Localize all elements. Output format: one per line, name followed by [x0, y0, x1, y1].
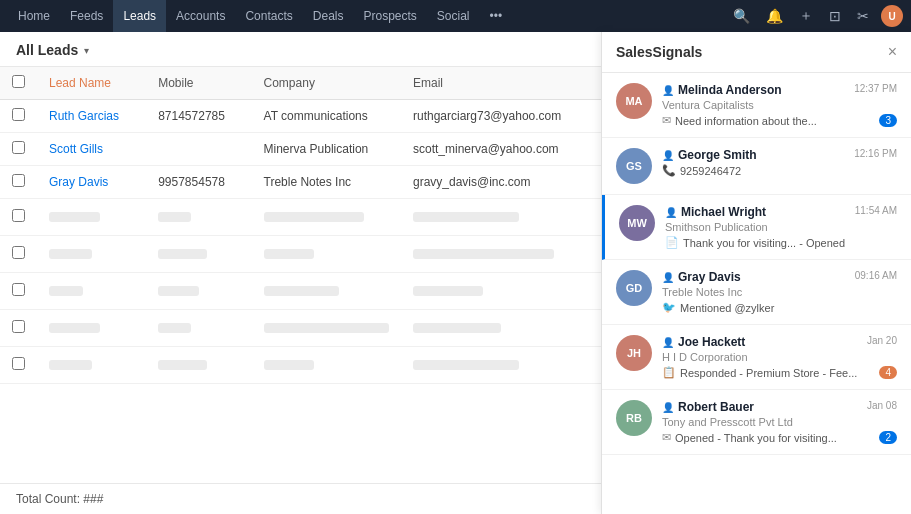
signals-title: SalesSignals — [616, 44, 702, 60]
twitter-icon: 🐦 — [662, 301, 676, 314]
signal-item[interactable]: JH 👤 Joe Hackett Jan 20 H I D Corporatio… — [602, 325, 911, 390]
signal-content: 👤 Robert Bauer Jan 08 Tony and Presscott… — [662, 400, 897, 444]
row-checkbox[interactable] — [12, 174, 25, 187]
col-mobile: Mobile — [146, 67, 251, 100]
table-row — [0, 236, 601, 273]
signal-company: H I D Corporation — [662, 351, 897, 363]
nav-accounts[interactable]: Accounts — [166, 0, 235, 32]
lead-name-link[interactable]: Ruth Garcias — [49, 109, 119, 123]
signal-top-row: 👤 Robert Bauer Jan 08 — [662, 400, 897, 414]
nav-feeds[interactable]: Feeds — [60, 0, 113, 32]
signal-top-row: 👤 Michael Wright 11:54 AM — [665, 205, 897, 219]
table-row — [0, 273, 601, 310]
row-checkbox[interactable] — [12, 141, 25, 154]
row-checkbox[interactable] — [12, 209, 25, 222]
user-avatar[interactable]: U — [881, 5, 903, 27]
lead-mobile — [146, 133, 251, 166]
signal-name: 👤 Michael Wright — [665, 205, 766, 219]
nav-contacts[interactable]: Contacts — [235, 0, 302, 32]
signal-time: 12:37 PM — [854, 83, 897, 94]
row-checkbox[interactable] — [12, 246, 25, 259]
lead-email: scott_minerva@yahoo.com — [401, 133, 601, 166]
total-count: Total Count: ### — [0, 483, 601, 514]
col-email: Email — [401, 67, 601, 100]
nav-home[interactable]: Home — [8, 0, 60, 32]
nav-actions: 🔍 🔔 ＋ ⊡ ✂ U — [729, 5, 903, 27]
nav-more[interactable]: ••• — [480, 0, 513, 32]
signal-time: 12:16 PM — [854, 148, 897, 159]
lead-mobile: 8714572785 — [146, 100, 251, 133]
person-icon: 👤 — [662, 337, 674, 348]
table-row: Ruth Garcias 8714572785 AT communication… — [0, 100, 601, 133]
signal-name: 👤 Gray Davis — [662, 270, 741, 284]
search-icon[interactable]: 🔍 — [729, 8, 754, 24]
window-icon[interactable]: ⊡ — [825, 8, 845, 24]
person-icon: 👤 — [662, 85, 674, 96]
plus-icon[interactable]: ＋ — [795, 7, 817, 25]
signal-item[interactable]: MW 👤 Michael Wright 11:54 AM Smithson Pu… — [602, 195, 911, 260]
lead-mobile: 9957854578 — [146, 166, 251, 199]
mail-icon: ✉ — [662, 431, 671, 444]
col-lead-name[interactable]: Lead Name — [37, 67, 146, 100]
signal-content: 👤 Melinda Anderson 12:37 PM Ventura Capi… — [662, 83, 897, 127]
signals-panel: SalesSignals × MA 👤 Melinda Anderson 12:… — [601, 32, 911, 514]
signal-company: Treble Notes Inc — [662, 286, 897, 298]
signals-list: MA 👤 Melinda Anderson 12:37 PM Ventura C… — [602, 73, 911, 514]
signal-item[interactable]: RB 👤 Robert Bauer Jan 08 Tony and Pressc… — [602, 390, 911, 455]
nav-deals[interactable]: Deals — [303, 0, 354, 32]
signal-badge: 4 — [879, 366, 897, 379]
signal-name: 👤 George Smith — [662, 148, 757, 162]
bell-icon[interactable]: 🔔 — [762, 8, 787, 24]
doc-icon: 📄 — [665, 236, 679, 249]
signal-content: 👤 Gray Davis 09:16 AM Treble Notes Inc 🐦… — [662, 270, 897, 314]
survey-icon: 📋 — [662, 366, 676, 379]
signal-time: 11:54 AM — [855, 205, 897, 216]
signal-message: 📋 Responded - Premium Store - Fee... 4 — [662, 366, 897, 379]
avatar: MW — [619, 205, 655, 241]
signal-item[interactable]: MA 👤 Melinda Anderson 12:37 PM Ventura C… — [602, 73, 911, 138]
nav-prospects[interactable]: Prospects — [353, 0, 426, 32]
signal-company: Tony and Presscott Pvt Ltd — [662, 416, 897, 428]
row-checkbox[interactable] — [12, 320, 25, 333]
person-icon: 👤 — [662, 402, 674, 413]
lead-email: ruthgarciarg73@yahoo.com — [401, 100, 601, 133]
signal-message: 🐦 Mentioned @zylker — [662, 301, 897, 314]
lead-email: gravy_davis@inc.com — [401, 166, 601, 199]
nav-social[interactable]: Social — [427, 0, 480, 32]
row-checkbox[interactable] — [12, 283, 25, 296]
lead-name-link[interactable]: Scott Gills — [49, 142, 103, 156]
person-icon: 👤 — [662, 272, 674, 283]
lead-company: Treble Notes Inc — [252, 166, 401, 199]
table-row — [0, 347, 601, 384]
signal-top-row: 👤 Joe Hackett Jan 20 — [662, 335, 897, 349]
nav-leads[interactable]: Leads — [113, 0, 166, 32]
person-icon: 👤 — [662, 150, 674, 161]
signal-content: 👤 Michael Wright 11:54 AM Smithson Publi… — [665, 205, 897, 249]
row-checkbox[interactable] — [12, 108, 25, 121]
signal-company: Smithson Publication — [665, 221, 897, 233]
table-row — [0, 199, 601, 236]
mail-icon: ✉ — [662, 114, 671, 127]
signal-message: 📞 9259246472 — [662, 164, 897, 177]
phone-icon: 📞 — [662, 164, 676, 177]
lead-name-link[interactable]: Gray Davis — [49, 175, 108, 189]
signal-content: 👤 Joe Hackett Jan 20 H I D Corporation 📋… — [662, 335, 897, 379]
top-navigation: Home Feeds Leads Accounts Contacts Deals… — [0, 0, 911, 32]
settings-icon[interactable]: ✂ — [853, 8, 873, 24]
signal-top-row: 👤 Melinda Anderson 12:37 PM — [662, 83, 897, 97]
signal-item[interactable]: GS 👤 George Smith 12:16 PM 📞 9259246472 — [602, 138, 911, 195]
row-checkbox[interactable] — [12, 357, 25, 370]
signal-top-row: 👤 George Smith 12:16 PM — [662, 148, 897, 162]
avatar: JH — [616, 335, 652, 371]
leads-header: All Leads ▾ — [0, 32, 601, 67]
select-all-header — [0, 67, 37, 100]
signals-header: SalesSignals × — [602, 32, 911, 73]
select-all-checkbox[interactable] — [12, 75, 25, 88]
main-layout: All Leads ▾ Lead Name Mobile Company Ema… — [0, 32, 911, 514]
close-button[interactable]: × — [888, 44, 897, 60]
avatar: RB — [616, 400, 652, 436]
signal-message: ✉ Opened - Thank you for visiting... 2 — [662, 431, 897, 444]
dropdown-arrow-icon[interactable]: ▾ — [84, 45, 89, 56]
signal-item[interactable]: GD 👤 Gray Davis 09:16 AM Treble Notes In… — [602, 260, 911, 325]
signal-message: ✉ Need information about the... 3 — [662, 114, 897, 127]
